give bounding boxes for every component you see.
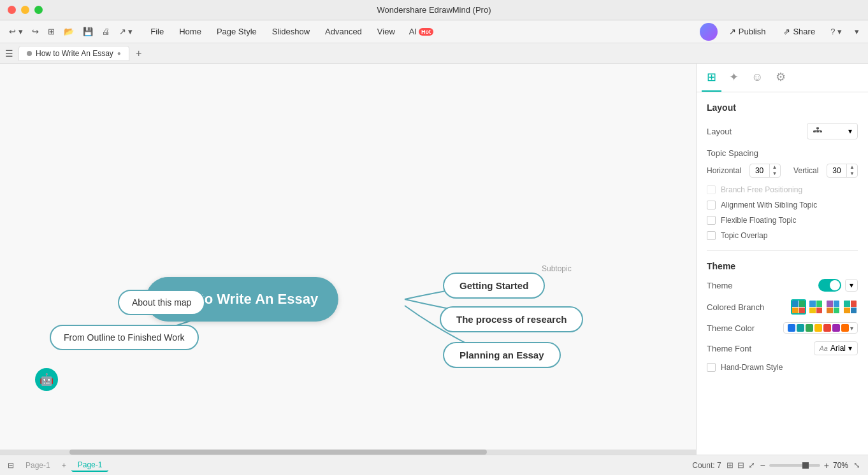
menu-advanced[interactable]: Advanced bbox=[319, 24, 368, 39]
horizontal-input[interactable]: 30 ▲ ▼ bbox=[749, 164, 781, 178]
node-getting-started[interactable]: Getting Started bbox=[443, 273, 545, 299]
horizontal-arrows[interactable]: ▲ ▼ bbox=[769, 164, 780, 177]
zoom-thumb[interactable] bbox=[802, 462, 809, 469]
theme-color-picker[interactable]: ▾ bbox=[783, 322, 858, 334]
vertical-arrows[interactable]: ▲ ▼ bbox=[846, 164, 857, 177]
svg-rect-0 bbox=[816, 127, 819, 129]
zoom-in-button[interactable]: + bbox=[824, 460, 829, 471]
hand-drawn-row: Hand-Drawn Style bbox=[707, 363, 858, 372]
topic-overlap-row: Topic Overlap bbox=[707, 231, 858, 240]
sidebar-toggle[interactable]: ☰ bbox=[5, 48, 13, 59]
robot-icon: 🤖 bbox=[40, 372, 54, 386]
gantt-view-icon[interactable]: ⊟ bbox=[737, 460, 744, 470]
tab-bar: ☰ How to Write An Essay ● + bbox=[0, 43, 868, 64]
add-tab-button[interactable]: + bbox=[132, 48, 145, 59]
flexible-floating-label: Flexible Floating Topic bbox=[721, 216, 797, 225]
outline-view-icon[interactable]: ⊞ bbox=[727, 460, 734, 470]
subtopic-label: Subtopic bbox=[542, 264, 572, 273]
add-page-button[interactable]: + bbox=[62, 461, 66, 470]
horizontal-up[interactable]: ▲ bbox=[770, 164, 780, 171]
expand-button[interactable]: ▾ bbox=[851, 24, 863, 39]
flexible-floating-checkbox[interactable] bbox=[707, 216, 716, 225]
panel-tab-layout[interactable]: ⊞ bbox=[702, 64, 721, 92]
zoom-out-button[interactable]: − bbox=[760, 460, 765, 471]
vertical-label: Vertical bbox=[793, 166, 818, 175]
sidebar-toggle-bottom[interactable]: ⊟ bbox=[8, 461, 14, 470]
hand-drawn-checkbox[interactable] bbox=[707, 363, 716, 372]
menu-ai[interactable]: AI Hot bbox=[404, 25, 438, 38]
share-button[interactable]: ⇗ Share bbox=[777, 24, 821, 39]
theme-label: Theme bbox=[707, 281, 732, 290]
menu-view[interactable]: View bbox=[371, 24, 401, 39]
menu-bar: ↩ ▾ ↪ ⊞ 📂 💾 🖨 ↗ ▾ File Home Page Style S… bbox=[0, 20, 868, 43]
panel-tab-settings[interactable]: ⚙ bbox=[770, 64, 791, 92]
vertical-up[interactable]: ▲ bbox=[847, 164, 857, 171]
open-button[interactable]: 📂 bbox=[60, 24, 78, 39]
horizontal-scrollbar[interactable] bbox=[0, 450, 696, 455]
theme-toggle[interactable] bbox=[818, 279, 841, 292]
theme-select[interactable]: ▾ bbox=[845, 279, 858, 292]
node-from-outline[interactable]: From Outline to Finished Work bbox=[50, 325, 199, 350]
right-panel: ⊞ ✦ ☺ ⚙ Layout Layout bbox=[696, 64, 868, 455]
horizontal-value: 30 bbox=[750, 165, 769, 176]
topic-overlap-checkbox[interactable] bbox=[707, 231, 716, 240]
maximize-button[interactable] bbox=[34, 6, 43, 14]
menu-home[interactable]: Home bbox=[173, 24, 208, 39]
vertical-down[interactable]: ▼ bbox=[847, 171, 857, 177]
user-avatar[interactable] bbox=[700, 23, 718, 41]
vertical-input[interactable]: 30 ▲ ▼ bbox=[827, 164, 858, 178]
export-button[interactable]: ↗ ▾ bbox=[115, 24, 137, 39]
node-about-this-map[interactable]: About this map bbox=[118, 290, 205, 315]
menu-page-style[interactable]: Page Style bbox=[210, 24, 263, 39]
canvas[interactable]: How to Write An Essay About this map Fro… bbox=[0, 64, 696, 455]
swatch-2[interactable] bbox=[808, 299, 823, 315]
node-count: Count: 7 bbox=[692, 461, 721, 470]
layout-selector[interactable]: ▾ bbox=[807, 123, 858, 139]
menu-file[interactable]: File bbox=[144, 24, 170, 39]
swatch-3[interactable] bbox=[825, 299, 841, 315]
branch-free-checkbox[interactable] bbox=[707, 185, 716, 194]
scrollbar-thumb[interactable] bbox=[69, 450, 487, 455]
horizontal-down[interactable]: ▼ bbox=[770, 171, 780, 177]
spacing-row: Horizontal 30 ▲ ▼ Vertical 30 ▲ ▼ bbox=[707, 164, 858, 178]
tab-essay[interactable]: How to Write An Essay ● bbox=[18, 46, 129, 61]
node-planning-essay[interactable]: Planning an Essay bbox=[443, 342, 561, 368]
layout-section-title: Layout bbox=[707, 103, 858, 113]
chevron-down-icon: ▾ bbox=[848, 344, 852, 353]
fit-page-icon[interactable]: ⤡ bbox=[853, 460, 860, 470]
print-button[interactable]: 🖨 bbox=[98, 24, 114, 39]
zoom-controls: − + 70% bbox=[760, 460, 848, 471]
zoom-level[interactable]: 70% bbox=[833, 461, 848, 470]
active-page-indicator[interactable]: Page-1 bbox=[71, 459, 109, 472]
new-button[interactable]: ⊞ bbox=[44, 24, 59, 39]
alignment-sibling-checkbox[interactable] bbox=[707, 201, 716, 209]
flexible-floating-row: Flexible Floating Topic bbox=[707, 216, 858, 225]
font-selector[interactable]: Aa Arial ▾ bbox=[814, 341, 858, 355]
ai-assistant-button[interactable]: 🤖 bbox=[35, 368, 58, 391]
swatch-4[interactable] bbox=[843, 299, 858, 315]
publish-button[interactable]: ↗ Publish bbox=[723, 24, 772, 39]
menu-slideshow[interactable]: Slideshow bbox=[266, 24, 316, 39]
publish-icon: ↗ bbox=[729, 27, 736, 36]
theme-toggle-row: Theme ▾ bbox=[707, 279, 858, 292]
redo-button[interactable]: ↪ bbox=[28, 24, 43, 39]
node-process-research[interactable]: The process of research bbox=[440, 306, 583, 332]
chevron-down-icon: ▾ bbox=[850, 325, 853, 332]
main-area: How to Write An Essay About this map Fro… bbox=[0, 64, 868, 455]
zoom-slider[interactable] bbox=[769, 464, 820, 467]
undo-redo-group[interactable]: ↩ ▾ bbox=[5, 24, 27, 39]
save-button[interactable]: 💾 bbox=[79, 24, 97, 39]
tab-close-button[interactable]: ● bbox=[117, 50, 121, 57]
theme-font-row: Theme Font Aa Arial ▾ bbox=[707, 341, 858, 355]
minimize-button[interactable] bbox=[21, 6, 29, 14]
swatch-1[interactable] bbox=[791, 299, 806, 315]
close-button[interactable] bbox=[8, 6, 16, 14]
page-tab-1[interactable]: Page-1 bbox=[19, 460, 57, 471]
fullscreen-icon[interactable]: ⤢ bbox=[748, 460, 755, 470]
share-icon: ⇗ bbox=[783, 27, 790, 36]
panel-tab-emoji[interactable]: ☺ bbox=[746, 64, 768, 92]
help-button[interactable]: ? ▾ bbox=[827, 24, 846, 39]
page-tabs: Page-1 + bbox=[19, 460, 66, 471]
panel-tab-style[interactable]: ✦ bbox=[724, 64, 744, 92]
layout-prop-row: Layout ▾ bbox=[707, 123, 858, 139]
